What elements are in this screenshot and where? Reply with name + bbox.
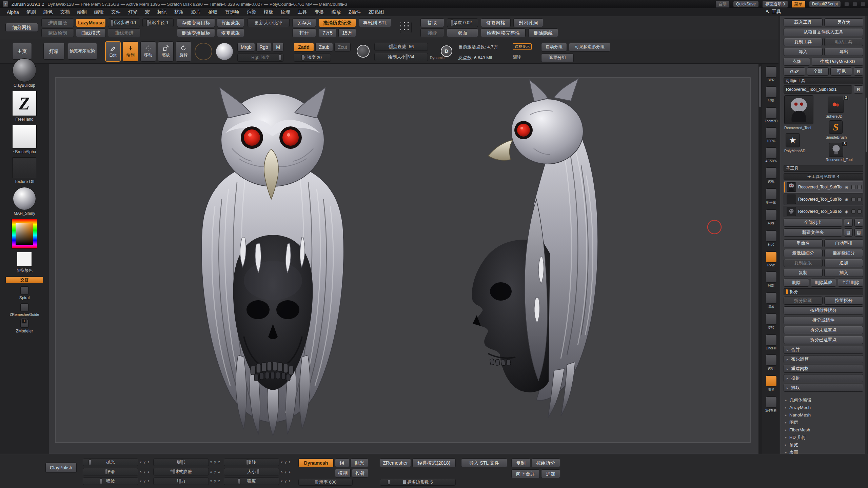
dynamic-label[interactable]: Dynamic: [430, 56, 445, 60]
duplicate-button[interactable]: 复制: [511, 459, 530, 467]
zmodeler-tool[interactable]: ZModeler 1: [16, 320, 33, 333]
axis-toggles[interactable]: x y z: [210, 460, 221, 464]
subtool-op-section[interactable]: 布尔运算: [784, 355, 863, 363]
export-button[interactable]: 导出: [824, 48, 863, 56]
strength-slider[interactable]: 强度: [224, 477, 279, 485]
delete-hidden-button[interactable]: 删除隐藏: [528, 28, 558, 37]
menu-item[interactable]: 文件: [108, 8, 124, 16]
zremesher-button[interactable]: ZRemesher: [380, 459, 411, 467]
mrgb-button[interactable]: Mrgb: [237, 43, 255, 52]
goz-r-button[interactable]: R: [854, 67, 863, 76]
classic-mode-button[interactable]: 经典模式(2018): [412, 459, 456, 467]
canvas-scrollbar[interactable]: [758, 64, 762, 454]
auto-reorder-button[interactable]: 自动重排: [824, 239, 863, 247]
load-from-project-button[interactable]: 从项目文件载入工具: [784, 28, 863, 36]
menu-item[interactable]: 标记: [154, 8, 170, 16]
canvas-tool-button[interactable]: Rxyz: [762, 251, 780, 267]
quicksave-button[interactable]: QuickSave: [733, 1, 759, 7]
eye-icon[interactable]: [844, 209, 849, 214]
menu-item[interactable]: 变换: [311, 8, 328, 16]
brush-selector[interactable]: ClayBuildup: [13, 58, 36, 88]
preview-boolean-button[interactable]: 预览布尔渲染: [68, 43, 97, 60]
spiral-tool[interactable]: Spiral: [19, 286, 30, 300]
save-as-tool-button[interactable]: 另存为: [824, 18, 863, 26]
split-section-header[interactable]: 拆分: [784, 288, 863, 295]
tool-palette-section[interactable]: ArrayMesh: [784, 404, 863, 411]
canvas-tool-button[interactable]: 旋转: [762, 313, 780, 330]
canvas-tool-button[interactable]: Zoom2D: [762, 107, 780, 123]
texture-selector[interactable]: Texture Off: [13, 157, 36, 184]
subtool-section-header[interactable]: 子工具: [784, 165, 863, 172]
axis-toggles[interactable]: x y z: [140, 470, 150, 473]
move-mode-button[interactable]: 移动: [140, 41, 156, 62]
axis-toggles[interactable]: x y z: [210, 470, 221, 473]
lightbox-button[interactable]: 灯箱: [43, 43, 64, 60]
material-selector[interactable]: MAH_Shiny: [13, 187, 36, 216]
dynamesh-polish-button[interactable]: 抛光: [351, 459, 368, 467]
frame-display-badge[interactable]: 边框显示: [513, 43, 532, 50]
move-up-button[interactable]: [844, 219, 853, 227]
move-down-button[interactable]: [854, 219, 863, 227]
paint-icon[interactable]: [851, 209, 855, 214]
resolution-slider[interactable]: 分辨率 600: [298, 479, 353, 486]
color-swatch[interactable]: [17, 252, 32, 267]
folder-icon-button[interactable]: [854, 228, 863, 237]
menu-item[interactable]: 缩放: [328, 8, 344, 16]
load-tool-button[interactable]: 载入工具: [784, 18, 823, 26]
ui-opacity-button[interactable]: 界面透明 0: [762, 1, 788, 8]
menu-item[interactable]: 2D贴图: [365, 8, 387, 16]
auto-groups-button[interactable]: 自动分组: [541, 43, 567, 52]
noise-slider[interactable]: 噪波: [83, 477, 138, 485]
switch-color-button[interactable]: 交替: [5, 277, 43, 283]
draw-mode-button[interactable]: 绘制: [123, 41, 138, 62]
zscript-button[interactable]: DefaultZScript: [809, 1, 841, 7]
tool-palette-section[interactable]: FiberMesh: [784, 426, 863, 433]
delete-button[interactable]: 删除: [784, 279, 809, 287]
subtool-item-3[interactable]: Recovered_Tool_SubTool3: [784, 206, 863, 217]
copy-tool-button[interactable]: 复制工具: [784, 38, 823, 46]
draw-size-slider[interactable]: 绘制大小 284: [374, 53, 428, 61]
canvas-tool-button[interactable]: AC50%: [762, 147, 780, 163]
color-picker-gradient[interactable]: [12, 219, 37, 249]
menu-item[interactable]: 工具: [294, 8, 311, 16]
append-button[interactable]: 追加: [824, 259, 863, 267]
dynamesh-button[interactable]: Dynamesh: [298, 459, 334, 467]
menu-item[interactable]: 影片: [188, 8, 204, 16]
tool-thumb-simplebrush[interactable]: S: [829, 120, 843, 134]
lowest-subdiv-button[interactable]: 最低级细分: [784, 249, 823, 257]
focal-shift-slider[interactable]: 焦点衰减 -56: [374, 43, 428, 51]
axis-toggles[interactable]: x y z: [281, 460, 291, 464]
backface-mask-button[interactable]: 背面蒙版: [217, 18, 244, 27]
tool-thumb-recovered[interactable]: [784, 95, 813, 124]
delete-morph-target-button[interactable]: 删除变换目标: [177, 28, 215, 37]
curve-step-button[interactable]: 曲线步进: [108, 28, 140, 37]
delete-other-button[interactable]: 删除其他: [811, 279, 836, 287]
canvas-tool-button[interactable]: 标尺: [762, 230, 780, 247]
axis-toggles[interactable]: x y z: [140, 479, 150, 483]
lazymouse-button[interactable]: LazyMouse: [76, 18, 106, 27]
rgb-intensity-slider[interactable]: Rgb 强度: [237, 54, 283, 62]
groups-split-button[interactable]: 按组拆分: [824, 297, 863, 305]
subtool-item-2[interactable]: Recovered_Tool_SubTool2: [784, 194, 863, 205]
scale-mode-button[interactable]: 缩放: [158, 41, 174, 62]
dynamesh-project-button[interactable]: 投射: [352, 469, 368, 477]
zcut-button[interactable]: Zcut: [334, 43, 351, 52]
canvas-tool-button[interactable]: 幽灵: [762, 375, 780, 392]
fix-mesh-button[interactable]: 修复网格: [481, 18, 511, 27]
menu-item[interactable]: 渲染: [243, 8, 260, 16]
rotate-slider[interactable]: 旋转: [224, 459, 279, 466]
subtool-item-1[interactable]: Recovered_Tool_SubTool1: [784, 181, 863, 193]
viewport-canvas[interactable]: [49, 64, 758, 454]
canvas-tool-button[interactable]: 透明: [762, 354, 780, 371]
smooth-slider[interactable]: 平滑: [83, 468, 138, 475]
tool-thumb-sphere3d[interactable]: [828, 97, 844, 113]
window-icon[interactable]: [852, 2, 857, 6]
menu-item[interactable]: 宏: [142, 8, 153, 16]
secondary-color[interactable]: 切换颜色: [16, 252, 33, 273]
menu-item[interactable]: 文档: [57, 8, 73, 16]
groups-visible-button[interactable]: 可见多边形分组: [569, 43, 610, 52]
curve-mode-button[interactable]: 曲线模式: [76, 28, 106, 37]
groups-split-button[interactable]: 按组拆分: [532, 459, 560, 467]
dynamic-mode-icon[interactable]: D: [441, 45, 452, 57]
menu-item[interactable]: 首选项: [222, 8, 243, 16]
